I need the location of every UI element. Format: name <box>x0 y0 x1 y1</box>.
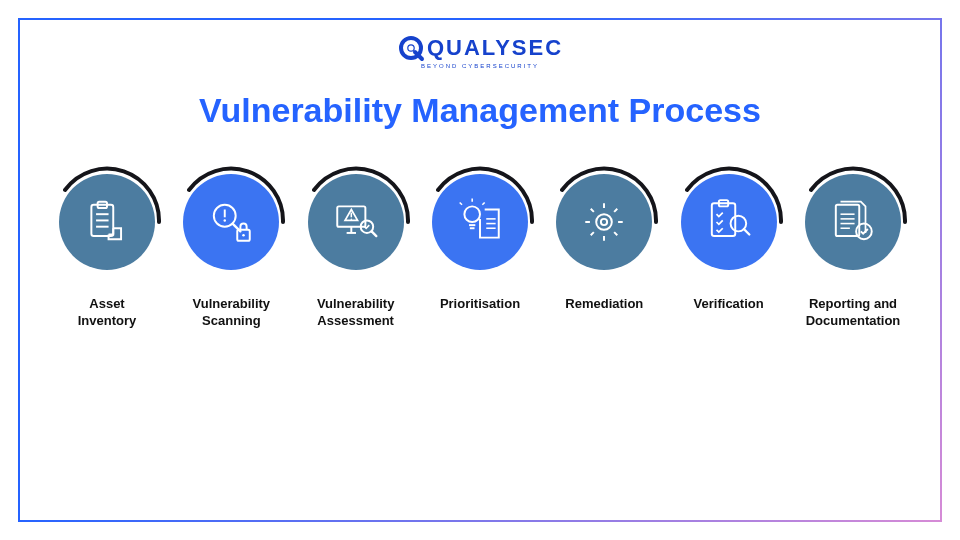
process-step: Prioritisation <box>419 166 541 330</box>
step-icon-bg <box>681 174 777 270</box>
process-step: Vulnerability Scanning <box>170 166 292 330</box>
step-icon-bg <box>432 174 528 270</box>
process-steps: Asset InventoryVulnerability ScanningVul… <box>40 166 920 330</box>
logo-q-icon <box>397 34 425 62</box>
idea-doc-icon <box>455 197 505 247</box>
scan-lock-icon <box>206 197 256 247</box>
process-step: Asset Inventory <box>46 166 168 330</box>
monitor-alert-icon <box>331 197 381 247</box>
gear-icon <box>579 197 629 247</box>
brand-name: QUALYSEC <box>397 34 563 62</box>
step-label: Vulnerability Scanning <box>193 296 271 330</box>
checklist-lens-icon <box>704 197 754 247</box>
process-step: Vulnerability Assessment <box>295 166 417 330</box>
svg-point-1 <box>408 45 414 51</box>
step-circle <box>51 166 163 278</box>
step-circle <box>797 166 909 278</box>
diagram-frame: QUALYSEC BEYOND CYBERSECURITY Vulnerabil… <box>18 18 942 522</box>
step-label: Asset Inventory <box>78 296 137 330</box>
step-label: Prioritisation <box>440 296 520 313</box>
step-icon-bg <box>183 174 279 270</box>
step-icon-bg <box>805 174 901 270</box>
brand-name-text: QUALYSEC <box>427 37 563 59</box>
clipboard-box-icon <box>82 197 132 247</box>
page-title: Vulnerability Management Process <box>40 91 920 130</box>
step-icon-bg <box>556 174 652 270</box>
step-circle <box>548 166 660 278</box>
brand-tagline: BEYOND CYBERSECURITY <box>421 63 539 69</box>
brand-logo: QUALYSEC BEYOND CYBERSECURITY <box>40 34 920 69</box>
process-step: Reporting and Documentation <box>792 166 914 330</box>
step-icon-bg <box>59 174 155 270</box>
step-icon-bg <box>308 174 404 270</box>
step-circle <box>300 166 412 278</box>
step-label: Remediation <box>565 296 643 313</box>
report-check-icon <box>828 197 878 247</box>
step-circle <box>175 166 287 278</box>
step-label: Verification <box>694 296 764 313</box>
step-circle <box>673 166 785 278</box>
process-step: Verification <box>668 166 790 330</box>
step-label: Vulnerability Assessment <box>317 296 395 330</box>
step-circle <box>424 166 536 278</box>
step-label: Reporting and Documentation <box>806 296 901 330</box>
process-step: Remediation <box>543 166 665 330</box>
